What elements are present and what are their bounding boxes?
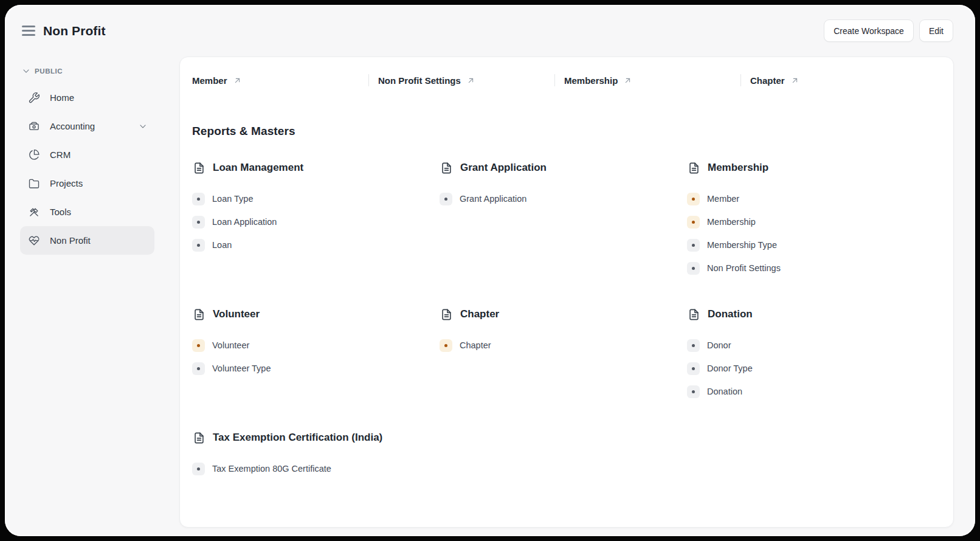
doctype-link[interactable]: Member bbox=[687, 187, 934, 210]
pie-chart-icon bbox=[28, 149, 40, 161]
doctype-link[interactable]: Chapter bbox=[440, 334, 687, 357]
hamburger-menu-icon[interactable] bbox=[22, 26, 35, 35]
dot-badge bbox=[440, 193, 452, 205]
dot-badge bbox=[687, 385, 700, 398]
dot-badge bbox=[192, 362, 205, 375]
card-title: Grant Application bbox=[460, 162, 547, 174]
shortcut-label: Chapter bbox=[750, 75, 785, 86]
document-icon bbox=[192, 431, 206, 445]
sidebar-item-crm[interactable]: CRM bbox=[20, 140, 154, 169]
card-title: Membership bbox=[708, 162, 768, 174]
sidebar-item-label: CRM bbox=[50, 150, 71, 160]
shortcut-separator bbox=[368, 74, 369, 86]
section-heading: Reports & Masters bbox=[192, 125, 953, 138]
doctype-link[interactable]: Grant Application bbox=[440, 187, 687, 210]
doctype-link-label: Loan Application bbox=[212, 217, 277, 227]
edit-button[interactable]: Edit bbox=[919, 19, 953, 42]
sidebar-item-label: Accounting bbox=[50, 121, 95, 131]
shortcut-member[interactable]: Member bbox=[192, 75, 368, 86]
sidebar-item-label: Tools bbox=[50, 207, 71, 217]
doctype-link[interactable]: Membership bbox=[687, 210, 934, 233]
doctype-link[interactable]: Donor Type bbox=[687, 357, 934, 380]
doctype-link-label: Membership Type bbox=[707, 240, 777, 250]
sidebar-item-label: Non Profit bbox=[50, 235, 91, 246]
cash-icon bbox=[28, 120, 40, 133]
dot-badge bbox=[192, 463, 205, 475]
card-title-row[interactable]: Donation bbox=[687, 307, 934, 322]
doctype-link[interactable]: Membership Type bbox=[687, 233, 934, 257]
app-window: Non Profit Create Workspace Edit PUBLIC … bbox=[5, 5, 975, 536]
hammers-icon bbox=[28, 206, 40, 218]
doctype-link-label: Volunteer bbox=[212, 340, 249, 350]
card-chapter: Chapter Chapter bbox=[440, 307, 687, 357]
document-icon bbox=[192, 161, 206, 175]
sidebar-section-public[interactable]: PUBLIC bbox=[20, 65, 179, 77]
dot-badge bbox=[192, 239, 205, 252]
tools-icon bbox=[28, 92, 40, 104]
arrow-up-right-icon bbox=[623, 76, 632, 85]
doctype-link[interactable]: Loan Application bbox=[192, 210, 440, 233]
sidebar-item-home[interactable]: Home bbox=[20, 83, 154, 112]
dot-badge bbox=[687, 193, 700, 205]
card-title-row[interactable]: Grant Application bbox=[440, 160, 687, 175]
dot-badge bbox=[687, 339, 700, 352]
arrow-up-right-icon bbox=[233, 76, 242, 85]
dot-badge bbox=[192, 216, 205, 229]
shortcut-membership[interactable]: Membership bbox=[564, 75, 740, 86]
doctype-link-label: Donation bbox=[707, 387, 742, 396]
card-volunteer: Volunteer Volunteer Volunteer Type bbox=[192, 307, 440, 380]
chevron-down-icon[interactable] bbox=[139, 122, 147, 131]
doctype-link[interactable]: Donor bbox=[687, 334, 934, 357]
shortcut-bar: Member Non Profit Settings Membership Ch… bbox=[192, 73, 953, 88]
shortcut-separator bbox=[554, 74, 555, 86]
doctype-link[interactable]: Loan bbox=[192, 233, 440, 257]
doctype-link-label: Volunteer Type bbox=[212, 364, 271, 373]
sidebar-item-label: Projects bbox=[50, 178, 83, 188]
folder-icon bbox=[28, 177, 40, 190]
create-workspace-button[interactable]: Create Workspace bbox=[824, 19, 914, 42]
doctype-link[interactable]: Volunteer Type bbox=[192, 357, 440, 380]
app-header: Non Profit Create Workspace Edit bbox=[5, 5, 975, 57]
arrow-up-right-icon bbox=[790, 76, 799, 85]
doctype-link-label: Grant Application bbox=[460, 194, 526, 204]
doctype-link-label: Non Profit Settings bbox=[707, 263, 781, 273]
card-title-row[interactable]: Chapter bbox=[440, 307, 687, 322]
document-icon bbox=[687, 161, 701, 175]
doctype-link[interactable]: Donation bbox=[687, 380, 934, 403]
sidebar-section-label: PUBLIC bbox=[35, 67, 63, 75]
sidebar-item-tools[interactable]: Tools bbox=[20, 198, 154, 226]
header-actions: Create Workspace Edit bbox=[824, 19, 953, 42]
doctype-link[interactable]: Tax Exemption 80G Certificate bbox=[192, 457, 440, 480]
arrow-up-right-icon bbox=[466, 76, 475, 85]
card-title-row[interactable]: Loan Management bbox=[192, 160, 440, 175]
doctype-link-label: Loan bbox=[212, 240, 232, 250]
sidebar-item-accounting[interactable]: Accounting bbox=[20, 112, 154, 140]
page-title: Non Profit bbox=[43, 24, 105, 38]
dot-badge bbox=[687, 262, 700, 275]
card-title-row[interactable]: Tax Exemption Certification (India) bbox=[192, 430, 440, 445]
card-title-row[interactable]: Membership bbox=[687, 160, 934, 175]
doctype-link[interactable]: Non Profit Settings bbox=[687, 257, 934, 280]
shortcut-label: Non Profit Settings bbox=[378, 75, 461, 86]
card-title: Chapter bbox=[460, 308, 499, 320]
doctype-link-label: Membership bbox=[707, 217, 756, 227]
card-title-row[interactable]: Volunteer bbox=[192, 307, 440, 322]
card-title: Donation bbox=[708, 308, 753, 320]
sidebar-item-non-profit[interactable]: Non Profit bbox=[20, 226, 154, 255]
dot-badge bbox=[687, 362, 700, 375]
shortcut-label: Membership bbox=[564, 75, 618, 86]
doctype-link-label: Tax Exemption 80G Certificate bbox=[212, 464, 331, 474]
doctype-link[interactable]: Volunteer bbox=[192, 334, 440, 357]
dot-badge bbox=[192, 193, 205, 205]
card-title: Tax Exemption Certification (India) bbox=[213, 432, 382, 444]
sidebar-item-projects[interactable]: Projects bbox=[20, 169, 154, 198]
heart-pulse-icon bbox=[28, 235, 40, 247]
doctype-link[interactable]: Loan Type bbox=[192, 187, 440, 210]
shortcut-non-profit-settings[interactable]: Non Profit Settings bbox=[378, 75, 554, 86]
groups-grid: Loan Management Loan Type Loan Applicati… bbox=[192, 160, 953, 480]
dot-badge bbox=[687, 216, 700, 229]
shortcut-chapter[interactable]: Chapter bbox=[750, 75, 927, 86]
document-icon bbox=[440, 161, 454, 175]
card-tax-exemption-certification: Tax Exemption Certification (India) Tax … bbox=[192, 430, 440, 480]
sidebar-item-label: Home bbox=[50, 92, 74, 103]
